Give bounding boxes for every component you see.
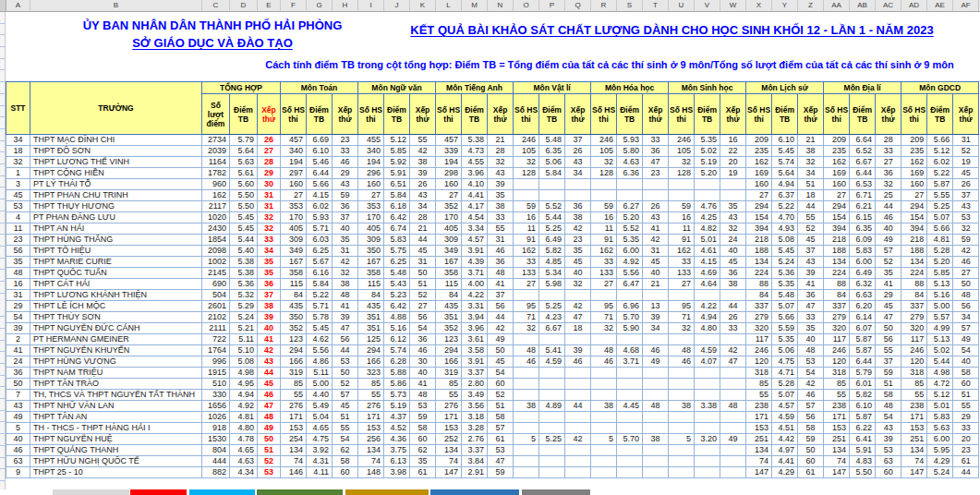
cell-xep-thu[interactable]: 37 [258,290,281,301]
cell-xep-thu[interactable]: 26 [643,201,669,212]
cell-xep-thu[interactable]: 35 [565,246,591,257]
cell-diem-tb[interactable]: 6.67 [539,323,565,334]
cell-so-hs-thi[interactable]: 171 [824,412,850,423]
cell-so-hs-thi[interactable]: 218 [824,235,850,246]
cell-xep-thu[interactable]: 36 [643,146,669,157]
cell-so-hs-thi[interactable]: 296 [358,168,384,179]
cell-so-luot-diem[interactable]: 2039 [202,146,230,157]
cell-xep-thu[interactable]: 32 [720,223,746,235]
cell-xep-thu[interactable]: 32 [258,212,281,223]
cell-so-hs-thi[interactable]: 171 [746,412,772,423]
cell-xep-thu[interactable]: 45 [798,235,824,246]
cell-diem-tb[interactable]: 6.47 [617,279,643,290]
cell-xep-thu[interactable]: 44 [720,301,746,312]
cell-diem-tb[interactable]: 6.00 [850,257,876,268]
cell-diem-tb[interactable]: 3.49 [462,390,488,401]
cell-diem-tb[interactable]: 4.81 [230,412,258,423]
cell-diem-tb[interactable]: 3.92 [307,445,333,456]
column-header-I[interactable]: I [358,0,384,11]
cell-so-hs-thi[interactable] [669,179,695,190]
cell-diem-tb[interactable]: 5.07 [927,212,953,223]
cell-xep-thu[interactable]: 61 [410,467,436,478]
cell-xep-thu[interactable]: 22 [720,146,746,157]
cell-xep-thu[interactable]: 53 [410,401,436,412]
cell-so-hs-thi[interactable]: 95 [514,301,539,312]
cell-so-hs-thi[interactable]: 16 [591,212,617,223]
cell-stt[interactable]: 31 [6,290,30,301]
cell-xep-thu[interactable]: 42 [488,323,514,334]
cell-xep-thu[interactable]: 26 [953,179,979,190]
subheader-cell[interactable]: Xếp thứ [643,94,669,135]
cell-xep-thu[interactable]: 25 [876,190,901,201]
cell-so-hs-thi[interactable] [591,467,617,478]
cell-so-hs-thi[interactable]: 238 [746,401,772,412]
cell-so-hs-thi[interactable]: 340 [358,146,384,157]
cell-xep-thu[interactable]: 47 [876,312,901,323]
cell-diem-tb[interactable]: 5.79 [850,368,876,379]
cell-so-hs-thi[interactable]: 46 [591,356,617,368]
cell-so-luot-diem[interactable]: 918 [202,423,230,434]
cell-so-hs-thi[interactable]: 188 [901,246,927,257]
cell-xep-thu[interactable]: 51 [798,179,824,190]
cell-diem-tb[interactable]: 6.00 [617,246,643,257]
cell-so-hs-thi[interactable] [669,190,695,201]
cell-school-name[interactable]: THPT TÂN AN [30,412,202,423]
cell-xep-thu[interactable]: 18 [565,323,591,334]
cell-xep-thu[interactable]: 33 [953,423,979,434]
cell-so-hs-thi[interactable]: 48 [514,345,539,356]
cell-diem-tb[interactable]: 3.96 [462,323,488,334]
cell-xep-thu[interactable]: 42 [410,146,436,157]
cell-so-hs-thi[interactable]: 319 [281,368,307,379]
cell-so-hs-thi[interactable]: 160 [746,179,772,190]
cell-xep-thu[interactable]: 29 [333,168,358,179]
cell-so-hs-thi[interactable]: 74 [901,456,927,467]
cell-diem-tb[interactable]: 5.59 [772,323,798,334]
cell-xep-thu[interactable]: 38 [258,301,281,312]
cell-so-hs-thi[interactable]: 32 [669,323,695,334]
cell-so-hs-thi[interactable]: 115 [358,279,384,290]
cell-school-name[interactable]: TH - THCS - THPT HÀNG HẢI I [30,423,202,434]
header-mon-vat-li[interactable]: Môn Vật lí [514,82,591,94]
cell-xep-thu[interactable]: 29 [258,168,281,179]
cell-diem-tb[interactable]: 3.28 [462,423,488,434]
cell-diem-tb[interactable]: 4.17 [462,201,488,212]
cell-xep-thu[interactable] [565,412,591,423]
cell-so-hs-thi[interactable]: 337 [901,301,927,312]
cell-so-hs-thi[interactable]: 27 [436,190,462,201]
cell-diem-tb[interactable]: 5.16 [384,323,410,334]
cell-diem-tb[interactable]: 5.75 [384,246,410,257]
cell-xep-thu[interactable]: 40 [876,223,901,235]
cell-so-hs-thi[interactable]: 349 [436,246,462,257]
cell-so-hs-thi[interactable]: 59 [669,201,695,212]
cell-xep-thu[interactable]: 51 [488,401,514,412]
column-header-AA[interactable]: AA [824,0,850,11]
cell-diem-tb[interactable]: 5.83 [927,412,953,423]
cell-diem-tb[interactable]: 5.66 [927,135,953,146]
cell-diem-tb[interactable]: 5.45 [307,323,333,334]
cell-stt[interactable]: 50 [6,379,30,390]
cell-xep-thu[interactable] [643,368,669,379]
cell-xep-thu[interactable]: 35 [258,257,281,268]
cell-so-hs-thi[interactable] [669,467,695,478]
cell-xep-thu[interactable]: 39 [410,168,436,179]
cell-so-hs-thi[interactable]: 16 [514,212,539,223]
cell-xep-thu[interactable]: 39 [565,345,591,356]
cell-diem-tb[interactable]: 5.83 [850,246,876,257]
cell-so-hs-thi[interactable]: 337 [824,301,850,312]
cell-so-hs-thi[interactable]: 154 [746,212,772,223]
cell-xep-thu[interactable]: 60 [798,456,824,467]
column-header-X[interactable]: X [746,0,772,11]
cell-xep-thu[interactable]: 48 [798,345,824,356]
cell-so-hs-thi[interactable]: 170 [436,212,462,223]
cell-xep-thu[interactable] [565,379,591,390]
cell-so-hs-thi[interactable]: 120 [824,356,850,368]
cell-diem-tb[interactable]: 5.46 [307,157,333,168]
cell-so-hs-thi[interactable]: 246 [901,345,927,356]
cell-diem-tb[interactable] [539,179,565,190]
cell-so-hs-thi[interactable]: 294 [746,201,772,212]
cell-so-hs-thi[interactable]: 133 [669,268,695,279]
cell-so-hs-thi[interactable]: 32 [591,323,617,334]
cell-so-hs-thi[interactable]: 55 [824,390,850,401]
cell-xep-thu[interactable] [643,290,669,301]
cell-xep-thu[interactable]: 28 [410,212,436,223]
